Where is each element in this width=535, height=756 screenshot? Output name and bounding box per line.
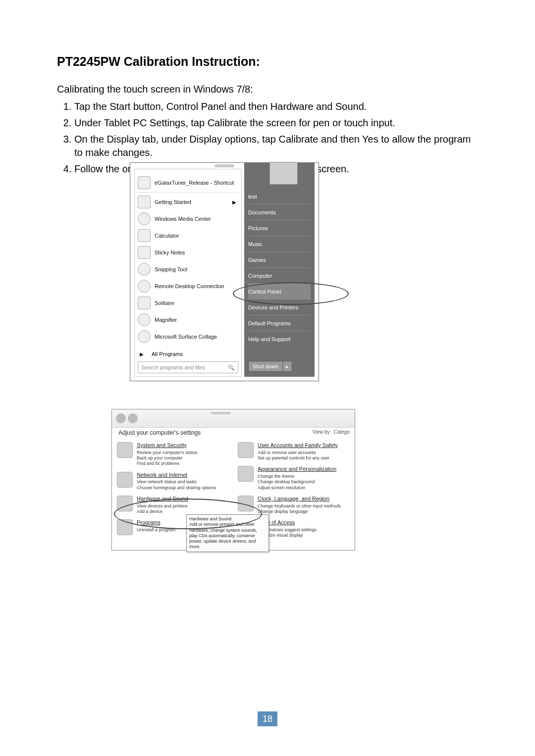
view-by-value[interactable]: Catego bbox=[334, 429, 350, 435]
category-link[interactable]: Review your computer's status bbox=[137, 450, 197, 455]
category-title[interactable]: System and Security bbox=[137, 442, 197, 449]
start-menu-right-pane: test Documents Pictures Music Games Comp… bbox=[244, 163, 315, 377]
callout-circle-control-panel bbox=[233, 282, 349, 305]
globe-icon bbox=[117, 472, 133, 488]
program-item[interactable]: Magnifier bbox=[137, 311, 239, 328]
app-icon bbox=[138, 280, 151, 293]
category-network[interactable]: Network and InternetView network status … bbox=[117, 472, 229, 491]
cp-heading: Adjust your computer's settings bbox=[118, 429, 201, 436]
arrow-right-icon: ▶ bbox=[140, 352, 144, 357]
window-toolbar bbox=[112, 409, 355, 428]
shutdown-button[interactable]: Shut down bbox=[248, 361, 283, 372]
step-item: Under Tablet PC Settings, tap Calibrate … bbox=[74, 116, 478, 130]
all-programs-link[interactable]: ▶All Programs bbox=[140, 349, 236, 359]
program-label: Remote Desktop Connection bbox=[155, 283, 224, 289]
app-icon bbox=[138, 176, 151, 189]
start-link-default[interactable]: Default Programs bbox=[248, 315, 311, 331]
shutdown-button-group: Shut down ▸ bbox=[248, 361, 292, 372]
shutdown-options-arrow[interactable]: ▸ bbox=[283, 361, 292, 372]
app-icon bbox=[138, 229, 151, 242]
app-icon bbox=[138, 196, 151, 208]
page-title: PT2245PW Calibration Instruction: bbox=[57, 54, 478, 69]
category-link[interactable]: Add or remove user accounts bbox=[258, 450, 338, 455]
program-item[interactable]: Calculator bbox=[137, 227, 239, 244]
search-icon: 🔍 bbox=[228, 364, 235, 371]
program-label: Windows Media Center bbox=[155, 216, 211, 222]
page-number: 18 bbox=[258, 711, 277, 726]
program-label: Calculator bbox=[155, 233, 179, 239]
category-title[interactable]: Network and Internet bbox=[137, 472, 216, 479]
display-icon bbox=[238, 466, 254, 482]
submenu-arrow-icon: ▶ bbox=[232, 200, 236, 205]
step-item: Tap the Start button, Control Panel and … bbox=[74, 100, 478, 113]
start-link-test[interactable]: test bbox=[248, 189, 311, 204]
start-link-games[interactable]: Games bbox=[248, 252, 311, 267]
program-item[interactable]: Microsoft Surface Collage bbox=[137, 328, 239, 345]
category-system-security[interactable]: System and SecurityReview your computer'… bbox=[117, 442, 229, 467]
drag-handle-icon bbox=[211, 412, 231, 414]
category-link[interactable]: Find and fix problems bbox=[137, 461, 197, 466]
program-item[interactable]: Windows Media Center bbox=[137, 210, 239, 227]
program-item[interactable]: eGalaxTuner_Release - Shortcut bbox=[137, 174, 239, 191]
callout-circle-hardware-sound bbox=[114, 499, 262, 529]
category-link[interactable]: Set up parental controls for any user bbox=[258, 455, 338, 461]
category-appearance[interactable]: Appearance and PersonalizationChange the… bbox=[238, 466, 350, 491]
program-label: eGalaxTuner_Release - Shortcut bbox=[155, 180, 234, 186]
program-label: Microsoft Surface Collage bbox=[155, 334, 217, 340]
category-link[interactable]: Change desktop background bbox=[258, 479, 336, 485]
app-icon bbox=[138, 297, 151, 309]
program-label: Sticky Notes bbox=[155, 250, 185, 255]
program-item[interactable]: Remote Desktop Connection bbox=[137, 278, 239, 295]
category-link[interactable]: Change keyboards or other input methods bbox=[258, 504, 341, 509]
app-icon bbox=[138, 313, 151, 326]
category-link[interactable]: Choose homegroup and sharing options bbox=[137, 485, 216, 491]
app-icon bbox=[138, 246, 151, 259]
program-item[interactable]: Snipping Tool bbox=[137, 261, 239, 278]
start-link-documents[interactable]: Documents bbox=[248, 204, 311, 220]
program-label: Getting Started bbox=[155, 199, 191, 205]
intro-text: Calibrating the touch screen in Windows … bbox=[57, 84, 478, 95]
category-link[interactable]: Back up your computer bbox=[137, 455, 197, 461]
app-icon bbox=[138, 330, 151, 343]
start-link-pictures[interactable]: Pictures bbox=[248, 220, 311, 236]
program-label: Snipping Tool bbox=[155, 266, 187, 272]
cp-heading-row: Adjust your computer's settings View by:… bbox=[118, 429, 350, 436]
search-placeholder: Search programs and files bbox=[141, 364, 205, 370]
category-title[interactable]: Clock, Language, and Region bbox=[258, 496, 341, 503]
category-link[interactable]: Change display language bbox=[258, 509, 341, 514]
category-user-accounts[interactable]: User Accounts and Family SafetyAdd or re… bbox=[238, 442, 350, 461]
app-icon bbox=[138, 212, 151, 225]
start-link-music[interactable]: Music bbox=[248, 236, 311, 252]
step-item: On the Display tab, under Display option… bbox=[74, 133, 478, 159]
category-link[interactable]: Adjust screen resolution bbox=[258, 485, 336, 491]
start-menu-left-pane: eGalaxTuner_Release - Shortcut Getting S… bbox=[134, 169, 242, 377]
shield-icon bbox=[117, 442, 133, 458]
program-item[interactable]: Getting Started▶ bbox=[137, 194, 239, 210]
users-icon bbox=[238, 442, 254, 458]
category-link[interactable]: View network status and tasks bbox=[137, 479, 216, 485]
view-by-label: View by: bbox=[313, 429, 331, 435]
program-item[interactable]: Solitaire bbox=[137, 295, 239, 311]
search-input[interactable]: Search programs and files🔍 bbox=[138, 361, 238, 373]
start-link-computer[interactable]: Computer bbox=[248, 267, 311, 283]
forward-button-icon[interactable] bbox=[128, 413, 138, 423]
program-label: Magnifier bbox=[155, 317, 177, 323]
start-link-help[interactable]: Help and Support bbox=[248, 331, 311, 347]
program-label: Solitaire bbox=[155, 300, 174, 306]
category-title[interactable]: User Accounts and Family Safety bbox=[258, 442, 338, 449]
app-icon bbox=[138, 263, 151, 276]
back-button-icon[interactable] bbox=[116, 413, 126, 423]
start-menu-screenshot: eGalaxTuner_Release - Shortcut Getting S… bbox=[130, 162, 319, 381]
drag-handle-icon bbox=[214, 164, 234, 167]
category-title[interactable]: Appearance and Personalization bbox=[258, 466, 336, 473]
program-item[interactable]: Sticky Notes bbox=[137, 244, 239, 261]
all-programs-label: All Programs bbox=[152, 351, 183, 357]
category-link[interactable]: Change the theme bbox=[258, 474, 336, 479]
control-panel-screenshot: Adjust your computer's settings View by:… bbox=[111, 409, 355, 551]
user-picture[interactable] bbox=[269, 162, 298, 185]
